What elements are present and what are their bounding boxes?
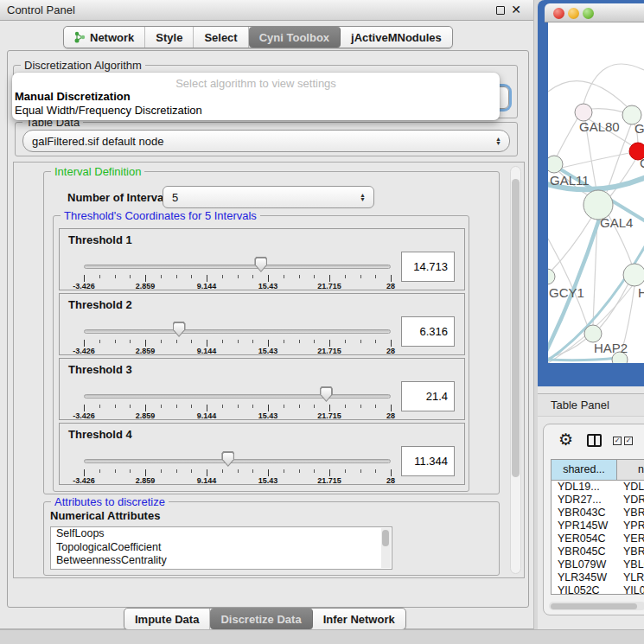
table-data-combo[interactable]: galFiltered.sif default node ▲▼ bbox=[22, 130, 510, 152]
cyni-toolbox-panel: Discretization Algorithm Table Data galF… bbox=[7, 50, 529, 608]
close-icon[interactable]: ✕ bbox=[511, 3, 521, 16]
settings-scrollbar[interactable] bbox=[510, 166, 521, 574]
threshold-1-panel: Threshold 1 -3.4262.8599.14415.4321.7152… bbox=[59, 228, 465, 290]
threshold-3-value-field[interactable]: 21.4 bbox=[401, 381, 455, 411]
node-label: GCY1 bbox=[549, 285, 584, 300]
list-scrollbar[interactable] bbox=[381, 528, 391, 568]
split-view-icon[interactable] bbox=[587, 434, 602, 447]
numerical-attributes-list[interactable]: SelfLoopsTopologicalCoefficientBetweenne… bbox=[50, 526, 392, 570]
column-header-name[interactable]: na bbox=[617, 460, 644, 480]
table-row[interactable]: YBR045CYBR0 bbox=[552, 545, 644, 558]
threshold-3-slider-thumb[interactable] bbox=[320, 386, 333, 402]
node-label: GAL80 bbox=[579, 119, 620, 134]
network-window-titlebar bbox=[545, 3, 644, 22]
network-node[interactable] bbox=[584, 325, 602, 342]
window-close-icon[interactable] bbox=[553, 8, 564, 19]
node-label: H bbox=[638, 285, 644, 300]
control-panel-window: Control Panel ✕ Network Style Select Cyn… bbox=[0, 0, 534, 629]
attribute-list-item[interactable]: SelfLoops bbox=[51, 527, 392, 541]
attributes-group: Attributes to discretize Numerical Attri… bbox=[43, 501, 500, 576]
network-icon bbox=[74, 31, 86, 43]
table-panel-body: ⚙ ✓ ✓ shared... na YDL19...YDL1YDR27...Y… bbox=[543, 424, 644, 615]
network-canvas[interactable]: GAL80GCGAL11GAL4GCY1HHAP2 bbox=[548, 22, 644, 363]
network-node[interactable] bbox=[623, 264, 644, 286]
threshold-4-value-field[interactable]: 11.344 bbox=[401, 446, 455, 476]
node-attribute-table: shared... na YDL19...YDL1YDR27...YDR2YBR… bbox=[551, 459, 644, 595]
tab-jactivemnodules[interactable]: jActiveMNodules bbox=[341, 27, 452, 48]
table-row[interactable]: YIL052CYIL0 bbox=[552, 584, 644, 595]
attribute-list-item[interactable]: BetweennessCentrality bbox=[51, 554, 392, 568]
node-label: GAL11 bbox=[550, 173, 590, 188]
threshold-3-panel: Threshold 3 -3.4262.8599.14415.4321.7152… bbox=[59, 358, 465, 420]
number-of-intervals-value: 5 bbox=[172, 191, 178, 204]
checkbox-icon[interactable]: ✓ bbox=[613, 437, 622, 445]
threshold-2-slider-thumb[interactable] bbox=[173, 322, 186, 337]
tab-select[interactable]: Select bbox=[194, 27, 248, 48]
node-label: HAP2 bbox=[594, 341, 628, 355]
bottom-tabbar: Impute Data Discretize Data Infer Networ… bbox=[124, 608, 406, 630]
table-row[interactable]: YBL079WYBL0 bbox=[552, 558, 644, 571]
table-header-row: shared... na bbox=[552, 460, 644, 481]
node-label: GAL4 bbox=[600, 215, 633, 230]
control-panel-title: Control Panel bbox=[7, 0, 75, 21]
column-header-shared-name[interactable]: shared... bbox=[552, 460, 617, 480]
table-panel-header: Table Panel bbox=[538, 393, 644, 417]
gear-icon[interactable]: ⚙ bbox=[558, 430, 573, 450]
number-of-intervals-label: Number of Intervals bbox=[67, 191, 173, 204]
attribute-list-item[interactable]: TopologicalCoefficient bbox=[51, 541, 392, 555]
threshold-1-slider-thumb[interactable] bbox=[254, 257, 267, 272]
interval-definition-title: Interval Definition bbox=[51, 165, 144, 178]
table-row[interactable]: YLR345WYLR3 bbox=[552, 571, 644, 584]
table-row[interactable]: YDL19...YDL1 bbox=[552, 481, 644, 494]
threshold-4-slider-thumb[interactable] bbox=[221, 451, 234, 467]
number-of-intervals-combo[interactable]: 5 ▲▼ bbox=[163, 186, 374, 208]
algorithm-item-equal-width[interactable]: Equal Width/Frequency Discretization bbox=[15, 104, 202, 117]
control-panel-tabbar: Network Style Select Cyni Toolbox jActiv… bbox=[63, 26, 453, 48]
checkbox-icon[interactable]: ✓ bbox=[624, 437, 633, 445]
tab-network[interactable]: Network bbox=[64, 27, 145, 48]
table-row[interactable]: YBR043CYBR0 bbox=[552, 507, 644, 520]
threshold-2-value-field[interactable]: 6.316 bbox=[401, 316, 455, 347]
algorithm-dropdown-popup: Select algorithm to view settings Manual… bbox=[12, 73, 500, 120]
thresholds-title: Threshold's Coordinates for 5 Intervals bbox=[61, 209, 260, 222]
network-node[interactable] bbox=[548, 156, 563, 173]
status-strip bbox=[0, 629, 644, 644]
combo-spinner-icon: ▲▼ bbox=[360, 187, 366, 207]
window-minimize-icon[interactable] bbox=[568, 8, 579, 19]
algorithm-item-manual[interactable]: Manual Discretization bbox=[15, 90, 131, 103]
network-node[interactable] bbox=[548, 269, 555, 284]
interval-definition-group: Interval Definition Number of Intervals … bbox=[43, 171, 500, 494]
threshold-2-panel: Threshold 2 -3.4262.8599.14415.4321.7152… bbox=[59, 293, 465, 355]
threshold-4-panel: Threshold 4 -3.4262.8599.14415.4321.7152… bbox=[59, 423, 465, 485]
table-scrollbar-thumb[interactable] bbox=[551, 603, 637, 609]
tab-discretize-data[interactable]: Discretize Data bbox=[210, 609, 312, 629]
network-view-window: GAL80GCGAL11GAL4GCY1HHAP2 bbox=[538, 0, 644, 386]
control-panel-titlebar: Control Panel ✕ bbox=[0, 0, 533, 21]
threshold-1-value-field[interactable]: 14.713 bbox=[401, 252, 455, 282]
tab-impute-data[interactable]: Impute Data bbox=[124, 609, 210, 629]
table-data-value: galFiltered.sif default node bbox=[32, 135, 163, 148]
tab-style[interactable]: Style bbox=[145, 27, 194, 48]
node-label: C bbox=[640, 156, 644, 170]
algorithm-placeholder-item[interactable]: Select algorithm to view settings bbox=[12, 77, 500, 90]
settings-scrollbar-thumb[interactable] bbox=[512, 179, 520, 477]
table-toolbar: ⚙ ✓ ✓ bbox=[544, 424, 644, 457]
network-node[interactable] bbox=[575, 104, 592, 121]
window-zoom-icon[interactable] bbox=[583, 8, 594, 19]
tab-infer-network[interactable]: Infer Network bbox=[313, 609, 405, 629]
numerical-attributes-label: Numerical Attributes bbox=[50, 509, 160, 522]
table-horizontal-scrollbar[interactable] bbox=[549, 602, 644, 610]
tab-network-label: Network bbox=[90, 31, 134, 44]
tab-cyni-toolbox[interactable]: Cyni Toolbox bbox=[249, 27, 341, 48]
table-panel-title: Table Panel bbox=[551, 394, 609, 417]
table-data-group: Table Data galFiltered.sif default node … bbox=[15, 122, 518, 156]
float-window-icon[interactable] bbox=[496, 6, 505, 15]
discretization-algorithm-title: Discretization Algorithm bbox=[21, 59, 145, 72]
table-row[interactable]: YER054CYER0 bbox=[552, 532, 644, 545]
table-row[interactable]: YPR145WYPR1 bbox=[552, 520, 644, 532]
node-label: G bbox=[634, 121, 644, 136]
settings-scroll-region: Interval Definition Number of Intervals … bbox=[13, 162, 525, 578]
network-graph: GAL80GCGAL11GAL4GCY1HHAP2 bbox=[548, 22, 644, 363]
table-row[interactable]: YDR27...YDR2 bbox=[552, 494, 644, 507]
attributes-group-title: Attributes to discretize bbox=[51, 495, 169, 508]
